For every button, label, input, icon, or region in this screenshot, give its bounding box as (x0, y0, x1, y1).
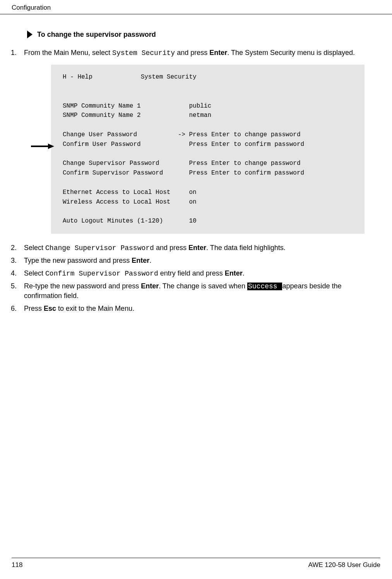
page-footer: 118 AWE 120-58 User Guide (0, 558, 392, 570)
page-header: Configuration (0, 0, 392, 14)
system-security-code: System Security (112, 49, 175, 57)
enter-key: Enter (225, 269, 243, 277)
success-indicator: Success (247, 283, 282, 290)
enter-key: Enter (141, 282, 159, 290)
guide-title: AWE 120-58 User Guide (308, 560, 380, 570)
enter-key: Enter (188, 244, 206, 252)
confirm-supervisor-code: Confirm Supervisor Password (45, 270, 158, 278)
svg-marker-0 (27, 31, 33, 38)
step-3: Type the new password and press Enter. (19, 256, 380, 265)
enter-key: Enter (132, 257, 149, 264)
screen-wrapper: H - Help System Security SNMP Community … (24, 65, 380, 234)
step-2: Select Change Supervisor Password and pr… (19, 243, 380, 253)
step-6: Press Esc to exit to the Main Menu. (19, 304, 380, 313)
step-1: From the Main Menu, select System Securi… (19, 48, 380, 234)
page-number: 118 (12, 560, 22, 570)
section-heading: To change the supervisor password (36, 30, 380, 39)
heading-arrow-icon (27, 31, 33, 38)
page-content: To change the supervisor password From t… (0, 30, 392, 313)
enter-key: Enter (209, 49, 227, 57)
header-rule (0, 14, 392, 14)
step-5: Re-type the new password and press Enter… (19, 281, 380, 301)
steps-list: From the Main Menu, select System Securi… (12, 48, 380, 313)
pointer-arrow-icon (31, 142, 54, 151)
heading-title: To change the supervisor password (37, 30, 156, 39)
esc-key: Esc (44, 305, 56, 312)
header-section: Configuration (12, 4, 51, 11)
svg-marker-2 (48, 144, 54, 149)
change-supervisor-code: Change Supervisor Password (45, 244, 154, 252)
step-4: Select Confirm Supervisor Password entry… (19, 269, 380, 278)
terminal-screen: H - Help System Security SNMP Community … (51, 65, 365, 234)
